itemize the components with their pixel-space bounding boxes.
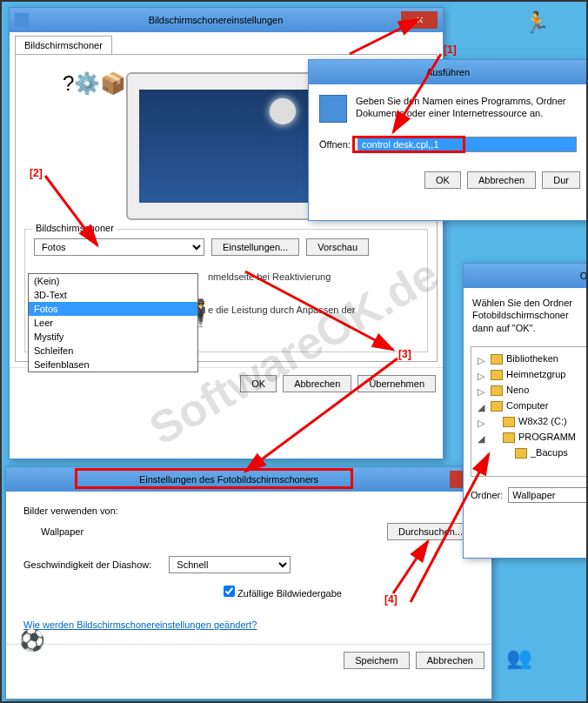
shuffle-checkbox[interactable]: Zufällige Bildwiedergabe: [224, 588, 342, 599]
browse-button[interactable]: Dur: [542, 171, 580, 189]
window-title: Ausführen: [426, 67, 470, 77]
window-title: Bildschirmschonereinstellungen: [34, 15, 398, 25]
browse-button[interactable]: Durchsuchen...: [387, 523, 474, 540]
use-images-label: Bilder verwenden von:: [23, 505, 474, 516]
ok-button[interactable]: OK: [424, 171, 461, 189]
tree-item[interactable]: Neno: [506, 385, 529, 395]
ok-button[interactable]: OK: [240, 375, 277, 392]
browse-description: Wählen Sie den Ordner Fotobildschirmscho…: [464, 288, 588, 343]
dropdown-item[interactable]: Seifenblasen: [29, 358, 197, 372]
dropdown-item[interactable]: 3D-Text: [29, 288, 197, 302]
run-icon: [319, 95, 347, 123]
folder-icon: [515, 448, 527, 459]
settings-button[interactable]: Einstellungen...: [211, 238, 299, 256]
folder-tree[interactable]: ▷Bibliotheken ▷Heimnetzgrup ▷Neno ◢Compu…: [471, 346, 588, 477]
folder-browse-window: Ord Wählen Sie den Ordner Fotobildschirm…: [463, 263, 588, 559]
preview-button[interactable]: Vorschau: [306, 238, 369, 256]
window-title: Ord: [580, 271, 588, 281]
cancel-button[interactable]: Abbrechen: [283, 375, 351, 392]
titlebar: Einstellungen des Fotobildschirmschoners…: [6, 467, 491, 492]
cancel-button[interactable]: Abbrechen: [416, 652, 484, 669]
dropdown-item-selected[interactable]: Fotos: [29, 302, 197, 316]
help-link[interactable]: Wie werden Bildschirmschonereinstellunge…: [23, 619, 257, 630]
tab-screensaver[interactable]: Bildschirmschoner: [15, 36, 112, 54]
tree-item[interactable]: Bibliotheken: [506, 353, 558, 364]
run-description: Geben Sie den Namen eines Programms, Ord…: [356, 95, 577, 123]
window-title: Einstellungen des Fotobildschirmschoners: [11, 474, 446, 485]
speed-label: Geschwindigkeit der Diashow:: [23, 559, 151, 570]
open-input[interactable]: [357, 137, 577, 152]
screensaver-select[interactable]: Fotos: [34, 238, 204, 256]
clipart-judges: 👥: [506, 646, 532, 670]
dropdown-item[interactable]: (Kein): [29, 274, 197, 288]
screensaver-dropdown-list[interactable]: (Kein) 3D-Text Fotos Leer Mystify Schlei…: [28, 273, 198, 372]
dropdown-item[interactable]: Mystify: [29, 330, 197, 344]
photo-settings-window: Einstellungen des Fotobildschirmschoners…: [5, 466, 492, 700]
folder-name: Wallpaper: [41, 526, 145, 537]
group-legend: Bildschirmschoner: [32, 223, 117, 233]
tree-item[interactable]: PROGRAMM: [518, 432, 576, 442]
close-button[interactable]: ✕: [401, 11, 438, 29]
open-label: Öffnen:: [319, 139, 351, 150]
folder-icon: [491, 354, 503, 365]
speed-select[interactable]: Schnell: [169, 556, 291, 573]
titlebar: Bildschirmschonereinstellungen ✕: [10, 8, 443, 32]
titlebar: Ausführen: [309, 60, 587, 84]
run-dialog: Ausführen Geben Sie den Namen eines Prog…: [308, 59, 588, 221]
save-button[interactable]: Speichern: [344, 652, 410, 669]
screensaver-preview: [126, 72, 326, 220]
tree-item[interactable]: Heimnetzgrup: [506, 369, 565, 379]
apply-button[interactable]: Übernehmen: [357, 375, 436, 392]
folder-label: Ordner:: [471, 490, 503, 500]
tree-item[interactable]: Computer: [506, 400, 548, 411]
drive-icon: [503, 417, 515, 427]
dropdown-item[interactable]: Leer: [29, 316, 197, 330]
annotation-1: [1]: [444, 44, 457, 56]
titlebar: Ord: [464, 264, 588, 288]
tree-item[interactable]: _Bacups: [531, 447, 568, 458]
drive-icon: [503, 432, 515, 443]
folder-icon: [491, 370, 503, 380]
clipart-running-figure: 🏃: [524, 10, 550, 35]
computer-icon: [491, 401, 503, 412]
app-icon: [15, 13, 29, 27]
dropdown-item[interactable]: Schleifen: [29, 344, 197, 358]
folder-input[interactable]: [508, 487, 588, 503]
cancel-button[interactable]: Abbrechen: [467, 171, 536, 189]
tree-item[interactable]: W8x32 (C:): [518, 416, 567, 426]
folder-icon: [491, 385, 503, 396]
